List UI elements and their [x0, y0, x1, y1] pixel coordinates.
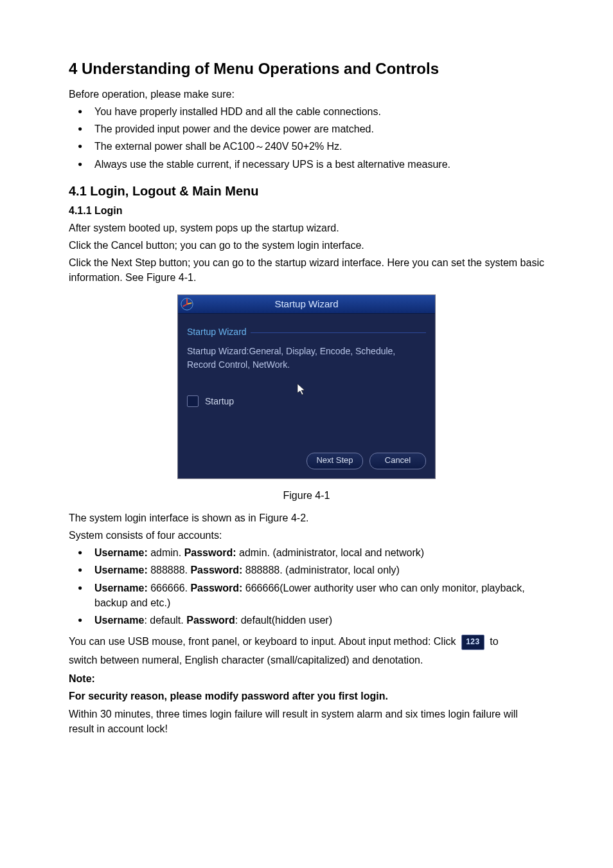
startup-checkbox[interactable]: [187, 395, 199, 407]
username-value: : default.: [144, 615, 186, 626]
input-method-text-before: You can use USB mouse, front panel, or k…: [69, 636, 459, 647]
group-header: Startup Wizard: [187, 325, 426, 338]
paragraph: After system booted up, system pops up t…: [69, 221, 544, 235]
password-label: Password:: [190, 583, 242, 593]
paragraph: Before operation, please make sure:: [69, 87, 544, 102]
dialog-body: Startup Wizard Startup Wizard:General, D…: [178, 314, 435, 453]
note-body: Within 30 minutes, three times login fai…: [69, 707, 544, 736]
input-method-text-after: to: [490, 636, 498, 647]
username-label: Username:: [94, 547, 148, 558]
list-item: The external power shall be AC100～240V 5…: [69, 139, 544, 154]
document-page: 4 Understanding of Menu Operations and C…: [69, 0, 544, 777]
figure-caption: Figure 4-1: [69, 488, 544, 503]
username-label: Username:: [94, 565, 148, 575]
next-step-button[interactable]: Next Step: [306, 453, 363, 469]
paragraph: System consists of four accounts:: [69, 528, 544, 543]
startup-wizard-dialog: Startup Wizard Startup Wizard Startup Wi…: [178, 295, 435, 478]
startup-checkbox-label: Startup: [205, 395, 234, 408]
list-item: Username: 666666. Password: 666666(Lower…: [69, 581, 544, 610]
dialog-titlebar: Startup Wizard: [178, 295, 435, 314]
paragraph: The system login interface is shown as i…: [69, 511, 544, 525]
group-divider: [251, 332, 426, 333]
list-item: Username: 888888. Password: 888888. (adm…: [69, 563, 544, 577]
dialog-button-row: Next Step Cancel: [178, 453, 435, 478]
password-value: 888888. (administrator, local only): [242, 565, 400, 575]
note-label: Note:: [69, 671, 544, 686]
username-label: Username:: [94, 583, 148, 593]
accounts-list: Username: admin. Password: admin. (admin…: [69, 545, 544, 628]
group-label: Startup Wizard: [187, 325, 247, 338]
paragraph: Click the Next Step button; you can go t…: [69, 255, 544, 285]
password-label: Password:: [184, 547, 236, 558]
username-label: Username: [94, 615, 144, 626]
dialog-description: Startup Wizard:General, Display, Encode,…: [187, 345, 426, 372]
username-value: 888888.: [148, 565, 191, 575]
list-item: You have properly installed HDD and all …: [69, 104, 544, 119]
paragraph: You can use USB mouse, front panel, or k…: [69, 634, 544, 650]
heading-1: 4 Understanding of Menu Operations and C…: [69, 58, 544, 80]
note-bold: For security reason, please modify passw…: [69, 689, 544, 703]
list-item: The provided input power and the device …: [69, 122, 544, 136]
password-label: Password: [186, 615, 235, 626]
input-method-123-icon[interactable]: [461, 635, 484, 650]
figure-dialog: Startup Wizard Startup Wizard Startup Wi…: [177, 294, 436, 479]
paragraph: Click the Cancel button; you can go to t…: [69, 238, 544, 253]
username-value: admin.: [148, 547, 184, 558]
dialog-title: Startup Wizard: [196, 297, 417, 311]
cancel-button[interactable]: Cancel: [369, 453, 426, 469]
username-value: 666666.: [148, 583, 191, 593]
password-value: : default(hidden user): [235, 615, 332, 626]
password-label: Password:: [190, 565, 242, 575]
paragraph: switch between numeral, English characte…: [69, 653, 544, 667]
cursor-icon: [297, 383, 307, 400]
list-item: Always use the stable current, if necess…: [69, 157, 544, 172]
password-value: admin. (administrator, local and network…: [236, 547, 425, 558]
heading-2: 4.1 Login, Logout & Main Menu: [69, 182, 544, 201]
list-item: Username: admin. Password: admin. (admin…: [69, 545, 544, 560]
app-logo-icon: [178, 295, 196, 313]
bullet-list: You have properly installed HDD and all …: [69, 104, 544, 172]
heading-3: 4.1.1 Login: [69, 203, 544, 218]
list-item: Username: default. Password: default(hid…: [69, 613, 544, 628]
